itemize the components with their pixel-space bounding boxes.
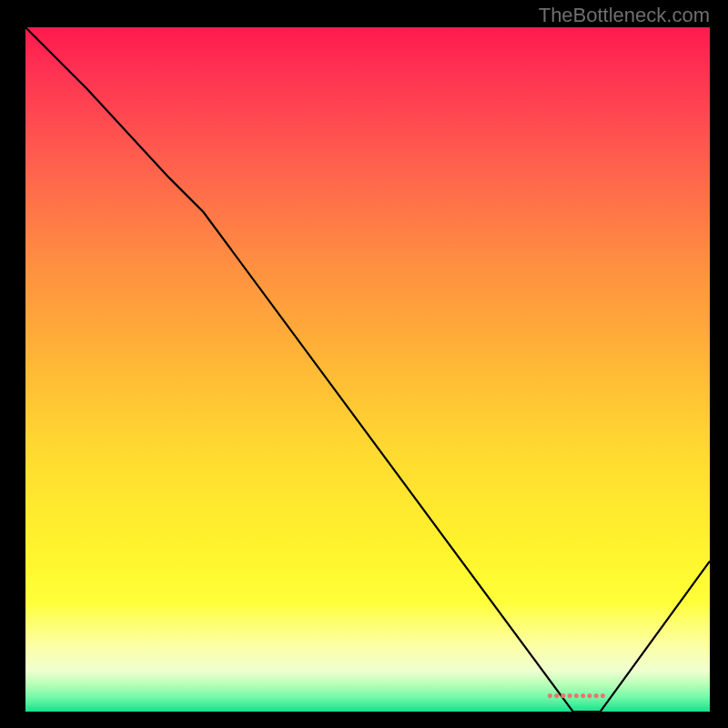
line-plot xyxy=(25,27,710,712)
plot-area: ●●●●●●●●● xyxy=(25,27,710,712)
attribution-text: TheBottleneck.com xyxy=(539,4,710,27)
chart-container: { "attribution": "TheBottleneck.com", "c… xyxy=(0,0,728,728)
curve-path xyxy=(25,27,710,712)
